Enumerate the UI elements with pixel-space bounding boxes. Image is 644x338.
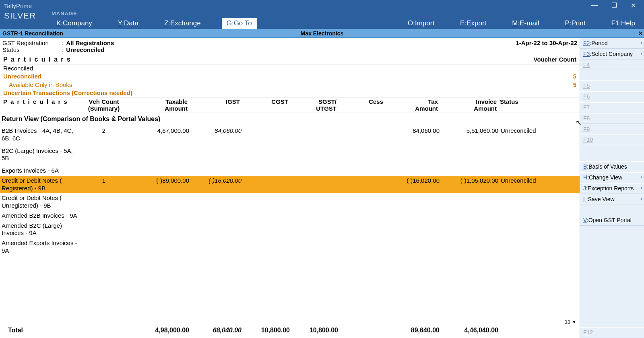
table-row[interactable]: B2C (Large) Invoices - 5A, 5B [0,146,580,164]
btn-select-company[interactable]: F3:Select Company‹ [580,49,644,60]
menu-export[interactable]: E:Export [455,18,491,29]
table-row[interactable]: Credit or Debit Notes ( Registered) - 9B… [0,176,580,194]
table-row[interactable]: Exports Invoices - 6A [0,166,580,176]
table-row[interactable]: Amended B2C (Large) Invoices - 9A [0,221,580,239]
subtitle-bar: GSTR-1 Reconciliation Max Electronics × [0,29,644,38]
manage-label[interactable]: MANAGE [47,10,644,18]
scroll-down-icon: ▼ [572,319,576,324]
row-unreconciled[interactable]: Unreconciled5 [0,72,580,80]
gst-reg-value: All Registrations [66,39,114,46]
btn-save-view[interactable]: L:Save View‹ [580,194,644,205]
maximize-icon[interactable]: ❐ [611,2,617,9]
return-view-title: Return View (Comparison of Books & Porta… [0,113,580,126]
content-area: GST Registration:All Registrations Statu… [0,38,580,338]
company-name: Max Electronics [301,30,344,37]
row-available-books[interactable]: Available Only in Books5 [0,81,580,89]
particulars-header: P a r t i c u l a r s Voucher Count [0,55,580,64]
gst-reg-label: GST Registration [2,39,62,46]
data-table: B2B Invoices - 4A, 4B, 4C, 6B, 6C24,67,0… [0,126,580,319]
row-uncertain[interactable]: Uncertain Transactions (Corrections need… [0,89,580,97]
btn-f6: F6 [580,91,644,102]
close-icon[interactable]: ✕ [631,2,636,9]
menu-goto[interactable]: G:Go To [222,18,257,29]
btn-f12: F12 [580,327,644,338]
table-row[interactable]: Amended Exports Invoices - 9A [0,238,580,256]
minimize-icon[interactable]: — [591,2,598,9]
btn-change-view[interactable]: H:Change View‹ [580,172,644,183]
btn-period[interactable]: F2:Period‹ [580,38,644,49]
report-title: GSTR-1 Reconciliation [0,30,63,37]
pager[interactable]: 11 ▼ [0,319,580,325]
summary-section: Reconciled Unreconciled5 Available Only … [0,64,580,97]
menu-help[interactable]: F1:Help [606,18,640,29]
columns-header: P a r t i c u l a r s Vch Count(Summary)… [0,97,580,113]
right-panel: F2:Period‹ F3:Select Company‹ F4 F5 F6 F… [580,38,644,338]
app-brand: TallyPrime SILVER [0,0,47,29]
table-row[interactable]: B2B Invoices - 4A, 4B, 4C, 6B, 6C24,67,0… [0,126,580,144]
edition-name: SILVER [4,11,47,21]
row-reconciled[interactable]: Reconciled [0,64,580,72]
table-row[interactable]: Amended B2B Invoices - 9A [0,211,580,221]
btn-f5: F5 [580,80,644,91]
status-label: Status [2,46,62,53]
voucher-count-header: Voucher Count [534,56,576,63]
btn-f10: F10 [580,134,644,145]
total-row: Total 4,98,000.00 68,040.00 10,800.00 10… [0,325,580,335]
menu-email[interactable]: M:E-mail [507,18,544,29]
product-name: TallyPrime [4,2,47,9]
status-value: Unreconciled [66,46,104,53]
btn-f8: F8 [580,113,644,124]
btn-f4: F4 [580,60,644,70]
table-row[interactable]: Credit or Debit Notes ( Unregistered) - … [0,193,580,211]
btn-f9: F9 [580,124,644,135]
menu-print[interactable]: P:Print [560,18,590,29]
btn-exception-reports[interactable]: J:Exception Reports‹ [580,183,644,194]
menu-exchange[interactable]: Z:Exchange [159,18,206,29]
btn-f7: F7 [580,102,644,113]
menu-data[interactable]: Y:Data [113,18,143,29]
btn-gst-portal[interactable]: V:Open GST Portal [580,215,644,226]
btn-basis-values[interactable]: B:Basis of Values [580,161,644,172]
menu-company[interactable]: K:Company [52,18,97,29]
menu-import[interactable]: O:Import [403,18,439,29]
period-value: 1-Apr-22 to 30-Apr-22 [516,39,577,53]
subtitle-close-icon[interactable]: × [639,30,642,37]
menubar: K:Company Y:Data Z:Exchange G:Go To O:Im… [47,18,644,29]
titlebar: TallyPrime SILVER — ❐ ✕ MANAGE K:Company… [0,0,644,29]
